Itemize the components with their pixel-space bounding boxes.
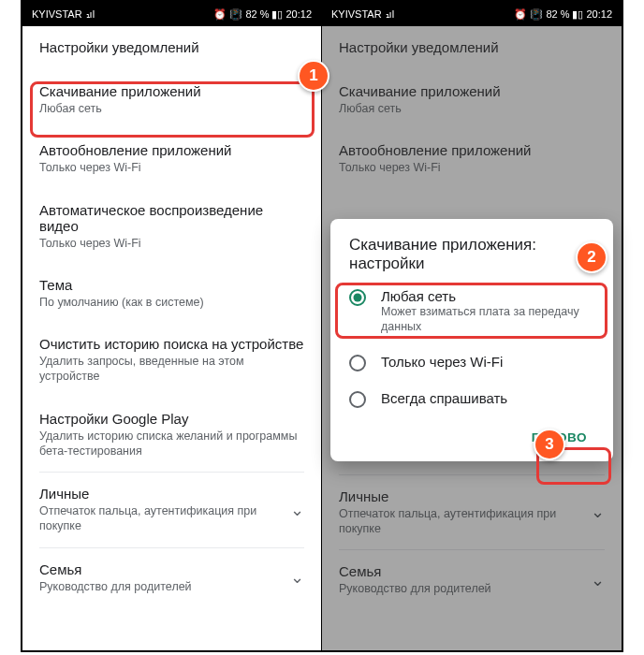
notification-settings[interactable]: Настройки уведомлений xyxy=(22,26,321,70)
alarm-icon: ⏰ xyxy=(514,8,527,21)
highlight-2 xyxy=(335,283,607,339)
family-section[interactable]: СемьяРуководство для родителей ⌄ xyxy=(22,548,321,607)
vibrate-icon: 📳 xyxy=(530,8,543,21)
personal-section[interactable]: ЛичныеОтпечаток пальца, аутентификация п… xyxy=(22,473,321,547)
step-badge-1: 1 xyxy=(298,60,329,92)
step-badge-2: 2 xyxy=(576,241,607,273)
dialog-title: Скачивание приложения: настройки xyxy=(330,236,613,279)
vibrate-icon: 📳 xyxy=(229,8,242,21)
highlight-1 xyxy=(30,81,315,138)
battery-icon: ▮▯ xyxy=(572,8,583,21)
radio-wifi-only[interactable]: Только через Wi-Fi xyxy=(330,344,613,381)
signal-icon: ₁ıl xyxy=(386,8,395,21)
theme-setting[interactable]: ТемаПо умолчанию (как в системе) xyxy=(22,264,321,323)
chevron-down-icon: ⌄ xyxy=(290,567,304,588)
phone-right: KYIVSTAR₁ıl ⏰📳82 %▮▯20:12 Настройки увед… xyxy=(322,2,622,650)
radio-always-ask[interactable]: Всегда спрашивать xyxy=(330,381,613,417)
clear-history-setting[interactable]: Очистить историю поиска на устройствеУда… xyxy=(22,323,321,398)
step-badge-3: 3 xyxy=(534,429,565,460)
signal-icon: ₁ıl xyxy=(86,8,95,21)
alarm-icon: ⏰ xyxy=(213,8,227,21)
auto-update-setting[interactable]: Автообновление приложенийТолько через Wi… xyxy=(22,129,321,188)
phone-left: KYIVSTAR₁ıl ⏰📳82 %▮▯20:12 Настройки увед… xyxy=(22,2,322,650)
google-play-setting[interactable]: Настройки Google PlayУдалить историю спи… xyxy=(22,398,321,473)
status-bar: KYIVSTAR₁ıl ⏰📳82 %▮▯20:12 xyxy=(22,2,321,26)
status-bar: KYIVSTAR₁ıl ⏰📳82 %▮▯20:12 xyxy=(322,2,622,26)
chevron-down-icon: ⌄ xyxy=(290,500,304,520)
battery-icon: ▮▯ xyxy=(271,8,283,21)
download-dialog: Скачивание приложения: настройки Любая с… xyxy=(330,219,613,461)
autoplay-setting[interactable]: Автоматическое воспроизведение видеоТоль… xyxy=(22,189,321,264)
radio-icon xyxy=(349,355,366,371)
radio-icon xyxy=(349,391,366,408)
